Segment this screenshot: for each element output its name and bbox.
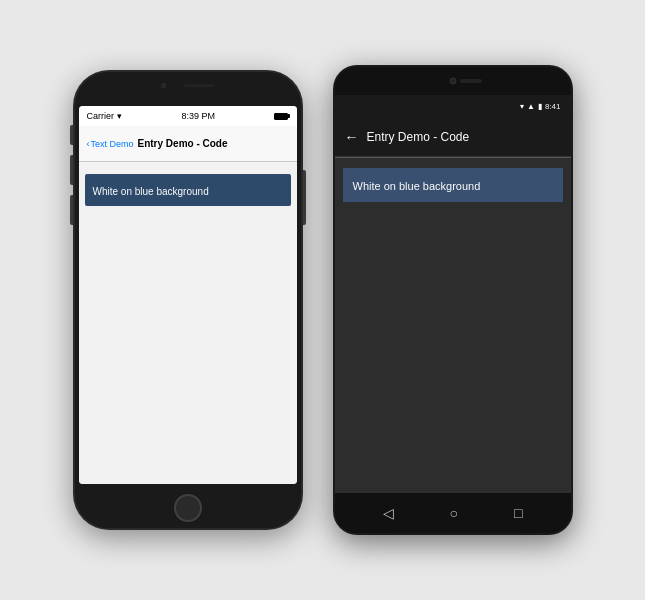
ios-carrier-label: Carrier	[87, 111, 115, 121]
android-home-nav-button[interactable]: ○	[450, 505, 458, 521]
ios-status-left: Carrier ▾	[87, 111, 123, 121]
android-status-bar: ▾ ▲ ▮ 8:41	[335, 95, 571, 117]
ios-back-button[interactable]: ‹ Text Demo	[87, 139, 134, 149]
android-wifi-icon: ▾	[520, 102, 524, 111]
ios-content-area: White on blue background	[79, 162, 297, 484]
ios-status-right	[274, 113, 288, 120]
ios-home-area	[75, 488, 301, 528]
android-phone-frame: ▾ ▲ ▮ 8:41 ← Entry Demo - Code White on …	[335, 67, 571, 533]
ios-vol-up-button	[70, 155, 73, 185]
android-signal-icon: ▲	[527, 102, 535, 111]
ios-power-button	[303, 170, 306, 225]
android-status-right: ▾ ▲ ▮ 8:41	[520, 102, 561, 111]
android-phone: ▾ ▲ ▮ 8:41 ← Entry Demo - Code White on …	[333, 65, 573, 535]
ios-camera	[161, 83, 166, 88]
android-recents-nav-button[interactable]: □	[514, 505, 522, 521]
ios-entry-row[interactable]: White on blue background	[85, 174, 291, 206]
ios-mute-switch	[70, 125, 73, 145]
android-entry-row[interactable]: White on blue background	[343, 168, 563, 202]
android-page-title: Entry Demo - Code	[367, 130, 470, 144]
android-camera	[449, 78, 456, 85]
ios-battery-fill	[275, 114, 287, 119]
ios-speaker	[184, 84, 214, 87]
android-content-area: White on blue background	[335, 157, 571, 493]
android-back-nav-button[interactable]: ◁	[383, 505, 394, 521]
ios-entry-text: White on blue background	[93, 186, 209, 197]
ios-phone: Carrier ▾ 8:39 PM ‹ Text Demo Entry Demo…	[73, 70, 303, 530]
ios-screen: Carrier ▾ 8:39 PM ‹ Text Demo Entry Demo…	[79, 106, 297, 484]
ios-status-bar: Carrier ▾ 8:39 PM	[79, 106, 297, 126]
ios-back-chevron: ‹	[87, 139, 90, 149]
android-entry-text: White on blue background	[353, 180, 481, 192]
ios-wifi-icon: ▾	[117, 111, 122, 121]
android-nav-bar: ◁ ○ □	[335, 493, 571, 533]
android-top-strip	[335, 67, 571, 95]
android-time-label: 8:41	[545, 102, 561, 111]
ios-time-label: 8:39 PM	[181, 111, 215, 121]
ios-phone-frame: Carrier ▾ 8:39 PM ‹ Text Demo Entry Demo…	[75, 72, 301, 528]
android-speaker	[460, 79, 482, 83]
android-back-button[interactable]: ←	[345, 129, 359, 145]
ios-back-label[interactable]: Text Demo	[91, 139, 134, 149]
ios-vol-down-button	[70, 195, 73, 225]
ios-nav-bar: ‹ Text Demo Entry Demo - Code	[79, 126, 297, 162]
android-battery-icon: ▮	[538, 102, 542, 111]
android-toolbar: ← Entry Demo - Code	[335, 117, 571, 157]
android-top-divider	[335, 157, 571, 158]
ios-battery-icon	[274, 113, 288, 120]
ios-page-title: Entry Demo - Code	[138, 138, 289, 149]
ios-home-button[interactable]	[174, 494, 202, 522]
